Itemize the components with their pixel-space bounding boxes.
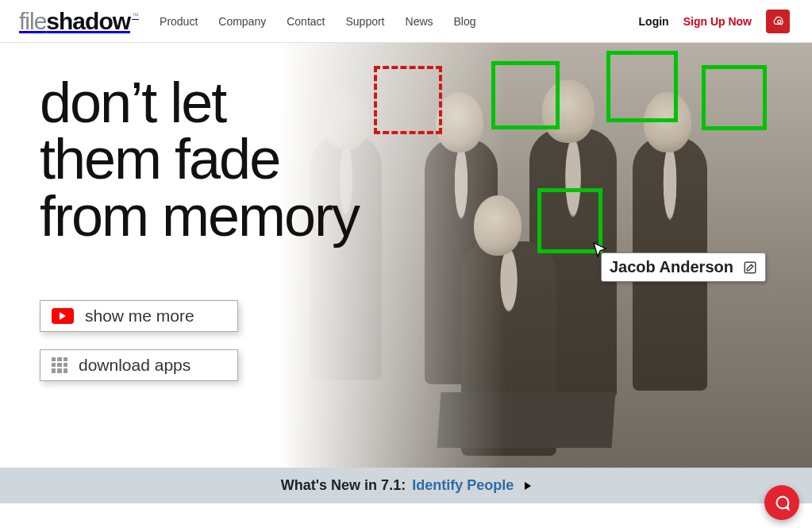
show-me-more-button[interactable]: show me more xyxy=(40,300,238,332)
play-icon xyxy=(52,308,74,324)
download-apps-label: download apps xyxy=(79,356,190,375)
face-name-text: Jacob Anderson xyxy=(610,258,733,276)
svg-rect-0 xyxy=(745,262,756,273)
logo[interactable]: file shadow ™ xyxy=(19,8,137,35)
signup-link[interactable]: Sign Up Now xyxy=(683,15,752,28)
nav-support[interactable]: Support xyxy=(345,15,384,28)
download-apps-button[interactable]: download apps xyxy=(40,349,238,381)
apps-grid-icon xyxy=(52,357,67,373)
face-box-1[interactable] xyxy=(491,61,560,129)
header-right: Login Sign Up Now xyxy=(639,10,790,33)
search-button[interactable] xyxy=(766,10,790,33)
nav-contact[interactable]: Contact xyxy=(287,15,325,28)
whats-new-prefix: What's New in 7.1: xyxy=(281,477,406,494)
site-header: file shadow ™ Product Company Contact Su… xyxy=(0,0,812,43)
chat-button[interactable] xyxy=(764,485,799,520)
nav-blog[interactable]: Blog xyxy=(454,15,476,28)
nav-product[interactable]: Product xyxy=(160,15,198,28)
primary-nav: Product Company Contact Support News Blo… xyxy=(160,15,476,28)
login-link[interactable]: Login xyxy=(639,15,669,28)
edit-icon xyxy=(743,260,757,275)
logo-part-shadow: shadow xyxy=(46,8,130,35)
face-box-2[interactable] xyxy=(606,51,678,122)
hero-section: Jacob Anderson don’t let them fade from … xyxy=(0,43,812,468)
headline-line2: them fade xyxy=(40,127,279,191)
logo-part-file: file xyxy=(19,8,46,35)
headline-line1: don’t let xyxy=(40,71,225,134)
play-triangle-icon xyxy=(525,482,531,490)
whats-new-banner: What's New in 7.1: Identify People xyxy=(0,468,812,503)
show-me-more-label: show me more xyxy=(85,306,194,326)
chat-icon xyxy=(773,494,791,511)
face-box-3[interactable] xyxy=(702,65,767,130)
whats-new-link[interactable]: Identify People xyxy=(412,477,514,494)
nav-company[interactable]: Company xyxy=(218,15,266,28)
headline-line3: from memory xyxy=(40,184,359,248)
face-name-tag[interactable]: Jacob Anderson xyxy=(601,252,766,282)
nav-news[interactable]: News xyxy=(406,15,433,28)
hero-copy: don’t let them fade from memory show me … xyxy=(40,75,359,381)
hero-headline: don’t let them fade from memory xyxy=(40,75,359,245)
face-box-faded xyxy=(374,66,442,134)
magnifier-cloud-icon xyxy=(771,13,786,29)
cta-group: show me more download apps xyxy=(40,300,238,381)
logo-trademark: ™ xyxy=(132,12,139,20)
